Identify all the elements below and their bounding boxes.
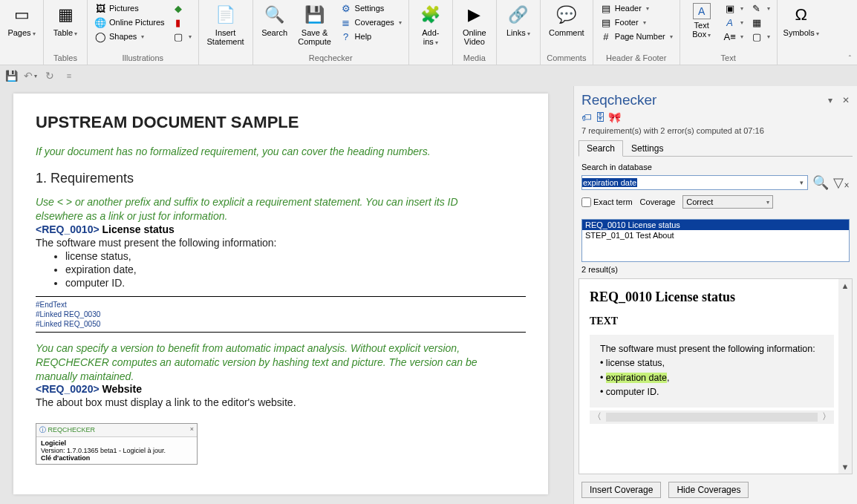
table-button[interactable]: ▦ Table▾ bbox=[48, 1, 82, 39]
list-item: expiration date, bbox=[65, 264, 526, 275]
comment-button[interactable]: 💬 Comment bbox=[545, 1, 588, 39]
online-video-button[interactable]: ▶ Online Video bbox=[457, 1, 492, 48]
text-group-label: Text bbox=[685, 52, 772, 65]
filter-clear-icon[interactable]: ▽ₓ bbox=[833, 174, 850, 191]
object-icon: ▢ bbox=[751, 30, 763, 42]
coverages-button[interactable]: ≣Coverages▾ bbox=[338, 16, 404, 29]
redo-button[interactable]: ↻ bbox=[43, 69, 56, 82]
req-1-header: <REQ_0010> License status bbox=[36, 223, 526, 235]
help-label: Help bbox=[355, 32, 372, 41]
tab-search[interactable]: Search bbox=[579, 140, 623, 157]
page-number-icon: # bbox=[600, 30, 612, 42]
chart-button[interactable]: ▮ bbox=[170, 16, 194, 29]
online-picture-icon: 🌐 bbox=[94, 16, 106, 28]
hide-coverages-button[interactable]: Hide Coverages bbox=[668, 482, 749, 498]
help-button[interactable]: ?Help bbox=[338, 30, 404, 43]
shapes-button[interactable]: ◯Shapes▾ bbox=[92, 30, 167, 43]
group-label bbox=[414, 52, 448, 65]
panel-menu-button[interactable]: ▾ bbox=[828, 95, 832, 105]
save-button[interactable]: 💾 bbox=[4, 69, 18, 82]
footer-label: Footer bbox=[615, 18, 639, 27]
result-row[interactable]: STEP_01_01 Test About bbox=[582, 230, 849, 240]
tag-icon[interactable]: 🏷 bbox=[581, 111, 592, 123]
close-icon[interactable]: × bbox=[190, 425, 194, 435]
symbols-button[interactable]: Ω Symbols▾ bbox=[782, 1, 821, 39]
req-1-title: License status bbox=[100, 223, 175, 235]
group-pages: ▭ Pages▾ bbox=[0, 0, 44, 65]
links-button[interactable]: 🔗 Links▾ bbox=[501, 1, 535, 39]
online-video-label: Online Video bbox=[459, 28, 490, 46]
scroll-track[interactable] bbox=[606, 413, 818, 422]
pages-button[interactable]: ▭ Pages▾ bbox=[4, 1, 39, 39]
search-button[interactable]: 🔍 Search bbox=[258, 1, 292, 39]
group-media: ▶ Online Video Media bbox=[453, 0, 497, 65]
panel-close-button[interactable]: ✕ bbox=[842, 95, 850, 105]
scroll-up-icon[interactable]: ▲ bbox=[841, 281, 850, 290]
object-button[interactable]: ▢▾ bbox=[749, 30, 772, 43]
undo-button[interactable]: ↶▾ bbox=[24, 69, 37, 82]
text-box-button[interactable]: A Text Box▾ bbox=[685, 1, 719, 41]
coverage-value: Correct bbox=[686, 197, 713, 206]
detail-pane: ▲ ▼ REQ_0010 License status TEXT The sof… bbox=[579, 278, 853, 474]
horizontal-scrollbar[interactable]: 〈 〉 bbox=[590, 410, 834, 424]
req-2-body: The about box must display a link to the… bbox=[36, 396, 526, 408]
req-1-body: The software must present the following … bbox=[36, 237, 526, 249]
header-button[interactable]: ▤Header▾ bbox=[598, 1, 675, 15]
document-scroll[interactable]: UPSTREAM DOCUMENT SAMPLE If your documen… bbox=[0, 86, 573, 504]
smartart-icon: ◆ bbox=[172, 2, 184, 14]
pages-label: Pages bbox=[7, 28, 30, 37]
panel-title: Reqchecker bbox=[581, 92, 656, 108]
footer-button[interactable]: ▤Footer▾ bbox=[598, 16, 675, 29]
chevron-down-icon: ▾ bbox=[766, 199, 769, 206]
signature-button[interactable]: ✎▾ bbox=[749, 1, 772, 15]
drop-cap-button[interactable]: A≡▾ bbox=[722, 30, 746, 43]
illus-group-label: Illustrations bbox=[92, 52, 194, 65]
ribbon: ▭ Pages▾ ▦ Table▾ Tables 🖼Pictures 🌐Onli… bbox=[0, 0, 857, 65]
save-compute-label: Save & Compute bbox=[296, 28, 333, 46]
group-text: A Text Box▾ ▣▾ A▾ A≡▾ ✎▾ ▦ ▢▾ Text bbox=[680, 0, 778, 65]
detail-section-heading: TEXT bbox=[590, 315, 834, 327]
search-go-icon[interactable]: 🔍 bbox=[812, 174, 829, 191]
media-group-label: Media bbox=[457, 52, 492, 65]
links-label: Links bbox=[506, 28, 526, 37]
ribbon-icon[interactable]: 🎀 bbox=[608, 111, 621, 123]
collapse-ribbon-button[interactable]: ˆ bbox=[849, 55, 851, 63]
qat-customize-button[interactable]: ≡ bbox=[62, 69, 76, 82]
save-compute-button[interactable]: 💾 Save & Compute bbox=[295, 1, 335, 48]
intro-text: If your document has no formalized requi… bbox=[36, 145, 526, 157]
comment-icon: 💬 bbox=[555, 3, 579, 27]
requirements-heading: 1. Requirements bbox=[36, 171, 526, 186]
scroll-left-icon[interactable]: 〈 bbox=[593, 410, 602, 423]
chevron-down-icon[interactable]: ▾ bbox=[795, 179, 807, 186]
online-pictures-button[interactable]: 🌐Online Pictures bbox=[92, 16, 167, 29]
table-icon: ▦ bbox=[53, 3, 77, 27]
settings-button[interactable]: ⚙Settings bbox=[338, 1, 404, 15]
search-input[interactable]: expiration date ▾ bbox=[581, 175, 808, 190]
meta-linked: #Linked REQ_0030 bbox=[36, 310, 526, 319]
picture-icon: 🖼 bbox=[94, 2, 106, 14]
req-2-tag: <REQ_0020> bbox=[36, 383, 100, 395]
group-reqchecker: 🔍 Search 💾 Save & Compute ⚙Settings ≣Cov… bbox=[253, 0, 409, 65]
wordart-button[interactable]: A▾ bbox=[722, 16, 746, 29]
addins-button[interactable]: 🧩 Add-ins▾ bbox=[414, 1, 448, 48]
screenshot-button[interactable]: ▢▾ bbox=[170, 30, 194, 43]
scroll-right-icon[interactable]: 〉 bbox=[822, 410, 831, 423]
text-box-label: Text Box bbox=[692, 21, 709, 39]
results-list: REQ_0010 License status STEP_01_01 Test … bbox=[581, 219, 850, 262]
date-time-button[interactable]: ▦ bbox=[749, 16, 772, 29]
vertical-scrollbar[interactable]: ▲ ▼ bbox=[838, 279, 852, 474]
tab-settings[interactable]: Settings bbox=[623, 140, 671, 157]
result-row[interactable]: REQ_0010 License status bbox=[582, 220, 849, 230]
smartart-button[interactable]: ◆ bbox=[170, 1, 194, 15]
scroll-down-icon[interactable]: ▼ bbox=[841, 462, 850, 471]
coverage-select[interactable]: Correct ▾ bbox=[682, 195, 773, 209]
exact-term-checkbox[interactable]: Exact term bbox=[581, 197, 633, 207]
quick-parts-button[interactable]: ▣▾ bbox=[722, 1, 746, 15]
panel-header: Reqchecker ▾ ✕ bbox=[574, 86, 857, 111]
page-number-button[interactable]: #Page Number▾ bbox=[598, 30, 675, 43]
database-icon[interactable]: 🗄 bbox=[595, 111, 605, 123]
hf-group-label: Header & Footer bbox=[598, 52, 675, 65]
pictures-button[interactable]: 🖼Pictures bbox=[92, 1, 167, 15]
insert-statement-button[interactable]: 📄 Insert Statement bbox=[203, 1, 248, 48]
insert-coverage-button[interactable]: Insert Coverage bbox=[581, 482, 661, 498]
